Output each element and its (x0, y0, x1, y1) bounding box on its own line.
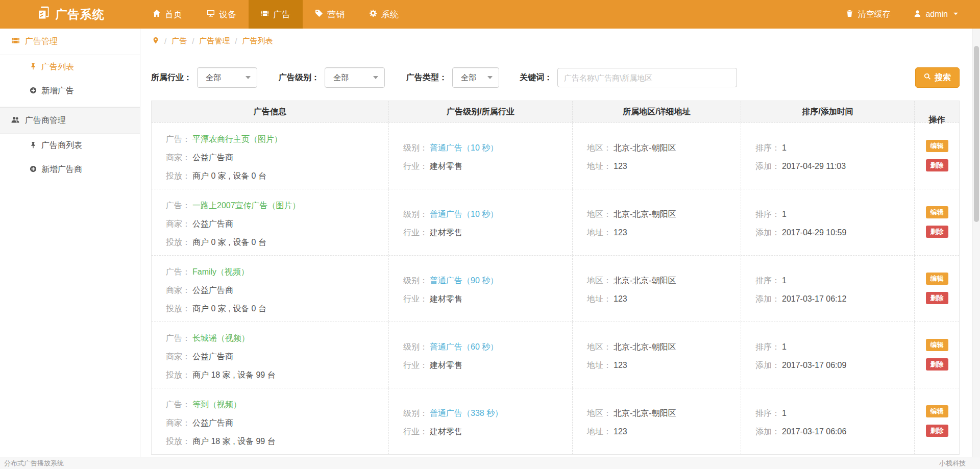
field-label: 排序： (755, 408, 780, 419)
sidebar-group-label: 广告商管理 (25, 115, 66, 126)
keyword-input[interactable] (557, 68, 737, 87)
ads-table: 广告信息广告级别/所属行业所属地区/详细地址排序/添加时间操作 广告：平潭农商行… (151, 101, 960, 455)
edit-button[interactable]: 编辑 (926, 339, 948, 351)
ad-level-link[interactable]: 普通广告（90 秒） (430, 276, 498, 286)
field-label: 行业： (403, 228, 428, 238)
search-icon (924, 73, 931, 82)
search-button[interactable]: 搜索 (915, 67, 960, 88)
field-label: 地址： (587, 228, 611, 238)
vertical-scrollbar[interactable] (972, 29, 980, 457)
trash-icon (846, 10, 853, 19)
field-label: 行业： (403, 360, 428, 371)
address-value: 123 (614, 427, 627, 436)
field-label: 地区： (587, 408, 611, 419)
ad-name-link[interactable]: 平潭农商行主页（图片） (192, 134, 282, 145)
level-select[interactable]: 全部 (325, 67, 385, 88)
sidebar-group-ad-management[interactable]: 广告管理 (0, 29, 140, 55)
breadcrumb-link[interactable]: 广告管理 (199, 36, 230, 46)
delete-button[interactable]: 删除 (926, 358, 948, 371)
level-industry-cell: 级别：普通广告（90 秒）行业：建材零售 (389, 256, 573, 322)
delete-button[interactable]: 删除 (926, 292, 948, 304)
field-label: 添加： (755, 360, 780, 371)
nav-item-home[interactable]: 首页 (140, 0, 194, 29)
ad-name-link[interactable]: 一路上2007宣传广告（图片） (192, 201, 301, 211)
region-address-cell: 地区：北京-北京-朝阳区地址：123 (573, 322, 741, 388)
nav-item-label: 营销 (327, 9, 345, 20)
field-label: 排序： (755, 143, 780, 154)
ad-info-cell: 广告：平潭农商行主页（图片）商家：公益广告商投放：商户 0 家 , 设备 0 台 (152, 123, 389, 189)
edit-button[interactable]: 编辑 (926, 405, 948, 417)
nav-item-ad[interactable]: 广告 (249, 0, 303, 29)
sidebar-item-advertiser-list[interactable]: 广告商列表 (0, 134, 140, 158)
nav-item-label: 广告 (273, 9, 290, 20)
added-time-value: 2017-04-29 10:59 (782, 228, 846, 237)
app-logo-icon (36, 6, 51, 23)
breadcrumb-link[interactable]: 广告 (172, 36, 187, 46)
delete-button[interactable]: 删除 (926, 425, 948, 437)
region-value: 北京-北京-朝阳区 (614, 209, 676, 220)
edit-button[interactable]: 编辑 (926, 273, 948, 285)
plus-icon (30, 165, 37, 175)
plus-icon (30, 87, 37, 96)
ad-name-link[interactable]: 长城谣（视频） (192, 333, 250, 344)
type-select[interactable]: 全部 (452, 67, 499, 88)
film-icon (261, 9, 269, 20)
ad-level-link[interactable]: 普通广告（10 秒） (430, 143, 498, 154)
delete-button[interactable]: 删除 (926, 159, 948, 171)
clear-cache-button[interactable]: 清空缓存 (846, 9, 890, 20)
ad-level-link[interactable]: 普通广告（60 秒） (430, 342, 498, 353)
industry-value: 建材零售 (430, 427, 462, 437)
top-navbar: 广告系统 首页设备广告营销系统 清空缓存 admin (0, 0, 980, 29)
sidebar-item-advertiser-add[interactable]: 新增广告商 (0, 158, 140, 182)
ad-level-link[interactable]: 普通广告（10 秒） (430, 209, 498, 220)
ad-name-link[interactable]: Family（视频） (192, 267, 249, 278)
type-select-value: 全部 (461, 73, 476, 83)
sidebar-item-ad-list[interactable]: 广告列表 (0, 55, 140, 79)
app-logo[interactable]: 广告系统 (0, 0, 140, 29)
breadcrumb-separator: / (235, 37, 237, 45)
ad-name-link[interactable]: 等到（视频） (192, 400, 241, 410)
search-button-label: 搜索 (935, 72, 951, 83)
industry-value: 建材零售 (430, 294, 462, 305)
table-header-cell: 所属地区/详细地址 (573, 101, 741, 122)
nav-item-label: 系统 (381, 9, 399, 20)
breadcrumb-link[interactable]: 广告列表 (242, 36, 273, 46)
edit-button[interactable]: 编辑 (926, 206, 948, 218)
field-label: 地区： (587, 209, 611, 220)
user-menu[interactable]: admin (914, 10, 960, 19)
field-label: 添加： (755, 161, 780, 172)
footer: 分布式广告播放系统 小栈科技 (0, 457, 980, 469)
scrollbar-thumb[interactable] (974, 46, 979, 222)
delete-button[interactable]: 删除 (926, 226, 948, 238)
level-industry-cell: 级别：普通广告（338 秒）行业：建材零售 (389, 388, 573, 454)
added-time-value: 2017-03-17 06:09 (782, 361, 846, 370)
industry-select[interactable]: 全部 (197, 67, 257, 88)
sort-value: 1 (782, 342, 787, 352)
table-header-row: 广告信息广告级别/所属行业所属地区/详细地址排序/添加时间操作 (152, 101, 959, 122)
region-value: 北京-北京-朝阳区 (614, 342, 676, 353)
nav-item-system[interactable]: 系统 (357, 0, 411, 29)
caret-down-icon (952, 10, 960, 19)
actions-cell: 编辑删除 (915, 123, 959, 189)
edit-button[interactable]: 编辑 (926, 140, 948, 152)
region-address-cell: 地区：北京-北京-朝阳区地址：123 (573, 123, 741, 189)
field-label: 级别： (403, 276, 428, 286)
level-filter-label: 广告级别： (279, 72, 320, 83)
region-value: 北京-北京-朝阳区 (614, 276, 676, 286)
field-label: 投放： (166, 370, 190, 381)
sort-time-cell: 排序：1添加：2017-03-17 06:12 (741, 256, 915, 322)
ad-level-link[interactable]: 普通广告（338 秒） (430, 408, 503, 419)
field-label: 商家： (166, 153, 190, 163)
merchant-value: 公益广告商 (192, 352, 233, 362)
nav-item-marketing[interactable]: 营销 (303, 0, 357, 29)
username-label: admin (925, 10, 948, 19)
nav-item-device[interactable]: 设备 (194, 0, 249, 29)
sidebar-group-label: 广告管理 (25, 36, 58, 47)
sidebar-item-ad-add[interactable]: 新增广告 (0, 79, 140, 103)
sidebar-group-advertiser-management[interactable]: 广告商管理 (0, 107, 140, 134)
field-label: 广告： (166, 400, 190, 410)
app-title: 广告系统 (56, 7, 105, 22)
table-header-cell: 操作 (915, 101, 959, 122)
sort-value: 1 (782, 143, 787, 153)
table-row: 广告：等到（视频）商家：公益广告商投放：商户 18 家 , 设备 99 台级别：… (152, 388, 959, 454)
